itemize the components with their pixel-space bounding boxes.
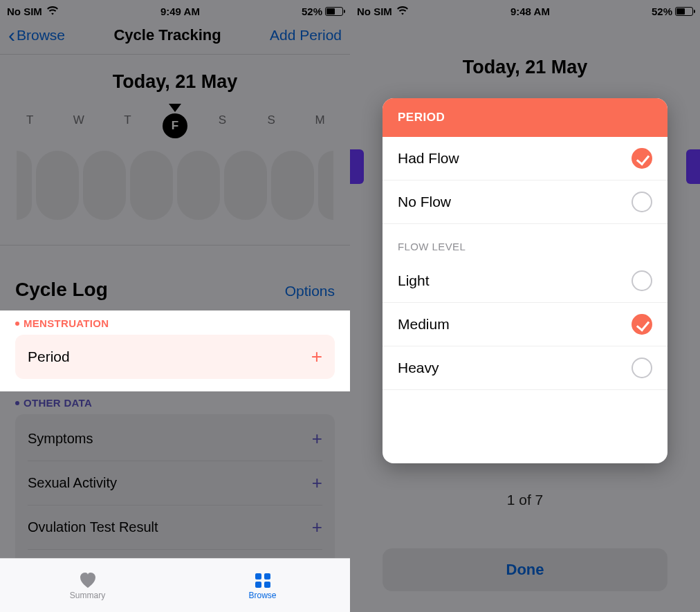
- day-blob[interactable]: [177, 151, 220, 220]
- plus-icon[interactable]: +: [311, 346, 322, 368]
- day-blob[interactable]: [83, 151, 126, 220]
- status-bar: No SIM 9:48 AM 52%: [350, 0, 700, 19]
- list-item[interactable]: Ovulation Test Result +: [28, 506, 322, 550]
- screen-left: No SIM 9:49 AM 52% ‹ Browse Cycle Tracki…: [0, 0, 350, 612]
- dot-icon: [15, 401, 19, 405]
- option-no-flow[interactable]: No Flow: [383, 180, 667, 224]
- battery-pct: 52%: [652, 6, 672, 17]
- wifi-icon: [46, 6, 59, 16]
- weekday-selected[interactable]: F: [163, 113, 187, 138]
- list-item[interactable]: Sexual Activity +: [28, 461, 322, 506]
- chevron-left-icon: ‹: [8, 28, 15, 42]
- week-strip[interactable]: T W T F S S M: [0, 104, 350, 245]
- back-button[interactable]: ‹ Browse: [8, 27, 65, 44]
- plus-icon[interactable]: +: [312, 428, 322, 449]
- radio-checked-icon[interactable]: [632, 148, 652, 169]
- battery-icon: [325, 7, 343, 16]
- plus-icon[interactable]: +: [312, 517, 322, 538]
- period-label: Period: [28, 349, 70, 365]
- carrier-label: No SIM: [357, 6, 392, 17]
- period-row[interactable]: Period +: [15, 335, 335, 379]
- weekday[interactable]: S: [209, 113, 237, 138]
- clock: 9:49 AM: [160, 6, 200, 17]
- weekday[interactable]: M: [306, 113, 334, 138]
- radio-icon[interactable]: [632, 358, 652, 378]
- day-blob[interactable]: [318, 151, 333, 220]
- dot-icon: [15, 322, 19, 326]
- flow-level-label: FLOW LEVEL: [383, 224, 667, 259]
- radio-icon[interactable]: [632, 192, 652, 212]
- done-button[interactable]: Done: [383, 548, 667, 591]
- wifi-icon: [396, 6, 409, 16]
- navbar: ‹ Browse Cycle Tracking Add Period: [0, 19, 350, 55]
- radio-checked-icon[interactable]: [632, 314, 652, 335]
- heart-icon: [77, 571, 98, 589]
- carrier-label: No SIM: [7, 6, 42, 17]
- day-blob[interactable]: [130, 151, 173, 220]
- grid-icon: [252, 571, 273, 589]
- prev-page-pill[interactable]: [350, 149, 364, 184]
- next-page-pill[interactable]: [686, 149, 700, 184]
- plus-icon[interactable]: +: [312, 472, 322, 494]
- day-blob[interactable]: [224, 151, 267, 220]
- weekday[interactable]: S: [257, 113, 285, 138]
- menstruation-section: MENSTRUATION Period +: [0, 310, 350, 391]
- day-blob[interactable]: [36, 151, 79, 220]
- option-light[interactable]: Light: [383, 259, 667, 303]
- weekday[interactable]: T: [16, 113, 44, 138]
- weekday[interactable]: T: [113, 113, 141, 138]
- tab-summary[interactable]: Summary: [0, 559, 175, 612]
- day-blob[interactable]: [17, 151, 32, 220]
- options-button[interactable]: Options: [285, 283, 335, 299]
- svg-rect-2: [255, 582, 261, 588]
- screen-right: No SIM 9:48 AM 52% Today, 21 May PERIOD …: [350, 0, 700, 612]
- date-header: Today, 21 May: [350, 19, 700, 89]
- page-title: Cycle Tracking: [113, 26, 221, 44]
- period-modal: PERIOD Had Flow No Flow FLOW LEVEL Light…: [383, 98, 667, 463]
- svg-rect-0: [255, 573, 261, 579]
- cycle-log-title: Cycle Log: [15, 279, 108, 301]
- back-label: Browse: [17, 27, 65, 44]
- svg-rect-1: [264, 573, 270, 579]
- tab-browse[interactable]: Browse: [175, 559, 350, 612]
- day-blob[interactable]: [271, 151, 314, 220]
- date-header: Today, 21 May: [0, 55, 350, 104]
- list-item[interactable]: Symptoms +: [28, 417, 322, 461]
- other-data-label: OTHER DATA: [15, 397, 335, 409]
- clock: 9:48 AM: [510, 6, 550, 17]
- option-medium[interactable]: Medium: [383, 303, 667, 346]
- option-heavy[interactable]: Heavy: [383, 346, 667, 390]
- triangle-down-icon: [169, 104, 181, 112]
- option-had-flow[interactable]: Had Flow: [383, 137, 667, 180]
- status-bar: No SIM 9:49 AM 52%: [0, 0, 350, 19]
- radio-icon[interactable]: [632, 270, 652, 291]
- tab-bar: Summary Browse: [0, 558, 350, 612]
- weekday[interactable]: W: [65, 113, 93, 138]
- menstruation-label: MENSTRUATION: [15, 317, 335, 329]
- svg-rect-3: [264, 582, 270, 588]
- battery-pct: 52%: [302, 6, 322, 17]
- battery-icon: [675, 7, 693, 16]
- modal-title: PERIOD: [383, 98, 667, 137]
- add-period-button[interactable]: Add Period: [270, 27, 342, 44]
- pager-label: 1 of 7: [350, 467, 700, 508]
